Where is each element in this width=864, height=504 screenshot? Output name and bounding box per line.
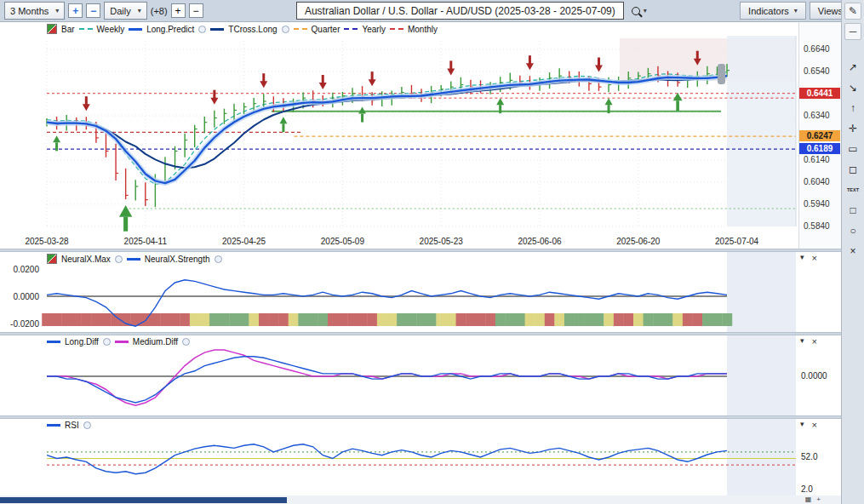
pencil-icon[interactable]: ✎ [844, 3, 861, 20]
trading-app-window: 3 Months ▾ + − Daily ▾ (+8) + − Australi… [0, 0, 864, 504]
search-icon [632, 7, 640, 15]
grid-icon[interactable]: ▦ [805, 495, 812, 503]
note-icon[interactable]: ▭ [844, 140, 861, 158]
text-tool-icon[interactable]: TEXT [844, 181, 861, 198]
arrow-draw-icon[interactable]: ↗ [844, 59, 861, 76]
svg-text:52.0: 52.0 [801, 452, 818, 461]
erase-tool-icon[interactable]: × [844, 243, 861, 260]
price-badge: 0.6441 [799, 88, 840, 99]
legend-label[interactable]: Bar [61, 25, 75, 34]
date-tick: 2025-03-28 [17, 237, 77, 246]
legend-label[interactable]: RSI [65, 421, 79, 430]
indicators-button[interactable]: Indicators ▾ [740, 2, 806, 20]
long-predict-marker [129, 28, 142, 31]
arrow-downright-icon[interactable]: ↘ [844, 79, 861, 96]
chevron-down-icon: ▾ [644, 7, 647, 14]
price-tick: 0.6340 [804, 111, 830, 120]
ellipse-tool-icon[interactable]: ○ [844, 222, 861, 239]
panel-controls: ▾× [800, 420, 817, 430]
panel-controls: ▾× [800, 253, 817, 263]
quarter-marker [294, 28, 307, 30]
legend-label[interactable]: NeuralX.Max [61, 255, 111, 264]
legend-label[interactable]: Quarter [312, 25, 340, 34]
date-tick: 2025-07-04 [707, 237, 767, 246]
legend-label[interactable]: TCross.Long [228, 25, 277, 34]
rsi-chart[interactable]: 52.02.0 [0, 419, 841, 495]
legend-label[interactable]: Monthly [408, 25, 438, 34]
long-diff-marker [47, 341, 60, 343]
offset-decrease-button[interactable]: − [189, 3, 203, 18]
svg-text:0.0200: 0.0200 [13, 265, 39, 274]
crosshair-icon[interactable]: ✛ [844, 120, 861, 137]
price-tick: 0.6140 [804, 155, 830, 164]
period-select[interactable]: 3 Months ▾ [4, 2, 65, 20]
scrollbar-thumb[interactable] [0, 497, 287, 503]
top-toolbar: 3 Months ▾ + − Daily ▾ (+8) + − Australi… [0, 0, 864, 22]
panel-close-button[interactable]: × [812, 253, 817, 263]
panel-collapse-button[interactable]: ▾ [800, 420, 804, 430]
info-icon[interactable] [198, 26, 206, 33]
medium-diff-marker [115, 341, 129, 343]
monthly-marker [390, 28, 403, 30]
svg-text:2.0: 2.0 [801, 484, 813, 494]
neuralx-panel: 0.02000.0000-0.0200 NeuralX.MaxNeuralX.S… [0, 252, 841, 332]
interval-select[interactable]: Daily ▾ [104, 2, 146, 20]
rsi-panel: 52.02.0 RSI ▾× [0, 419, 841, 495]
legend-label[interactable]: Yearly [362, 25, 385, 34]
drawing-toolbar: ✎─↗↘↑✛▭◻TEXT□○× [841, 0, 864, 504]
panel-collapse-button[interactable]: ▾ [800, 336, 804, 346]
trendline-icon[interactable]: ─ [844, 23, 861, 40]
legend-label[interactable]: Weekly [97, 25, 125, 34]
legend-label[interactable]: Long.Diff [65, 337, 99, 346]
legend-label[interactable]: Long.Predict [146, 25, 194, 34]
chevron-down-icon: ▾ [55, 7, 59, 14]
main-chart-region: BarWeeklyLong.PredictTCross.LongQuarterY… [0, 22, 841, 249]
bar-marker [47, 24, 57, 34]
rsi-legend: RSI [47, 421, 84, 430]
svg-text:-0.0200: -0.0200 [10, 319, 39, 329]
bottom-bar-icons: ▦+ [805, 495, 821, 503]
panel-close-button[interactable]: × [812, 420, 817, 430]
info-icon[interactable] [83, 421, 91, 429]
info-icon[interactable] [182, 338, 190, 346]
info-icon[interactable] [103, 338, 111, 346]
info-icon[interactable] [115, 255, 123, 263]
diff-chart[interactable]: 0.0000 [0, 335, 841, 415]
date-tick: 2025-04-11 [116, 237, 175, 246]
yearly-marker [344, 28, 358, 30]
rectangle-tool-icon[interactable]: □ [844, 202, 861, 219]
neuralx-max-marker [47, 254, 57, 264]
add-icon[interactable]: + [816, 495, 821, 503]
panel-collapse-button[interactable]: ▾ [800, 253, 804, 263]
arrow-up-icon[interactable]: ↑ [844, 100, 861, 117]
symbol-title-box[interactable]: Australian Dollar / U.S. Dollar - AUD/US… [296, 2, 624, 20]
price-tick: 0.6640 [804, 44, 830, 54]
panel-close-button[interactable]: × [812, 336, 817, 346]
diff-panel: 0.0000 Long.DiffMedium.Diff ▾× [0, 335, 841, 415]
legend-label[interactable]: NeuralX.Strength [145, 255, 210, 264]
svg-text:0.0000: 0.0000 [801, 371, 827, 381]
callout-icon[interactable]: ◻ [844, 161, 861, 178]
rsi-marker [47, 424, 60, 427]
price-chart[interactable] [0, 36, 841, 237]
chevron-down-icon: ▾ [794, 7, 798, 14]
bars-offset-label: (+8) [151, 6, 168, 16]
neuralx-chart[interactable]: 0.02000.0000-0.0200 [0, 252, 841, 332]
info-icon[interactable] [282, 26, 289, 33]
period-increase-button[interactable]: + [68, 3, 83, 18]
chevron-down-icon: ▾ [138, 7, 141, 14]
info-icon[interactable] [215, 255, 222, 263]
offset-increase-button[interactable]: + [171, 3, 186, 18]
legend-label[interactable]: Medium.Diff [133, 337, 178, 346]
price-badge: 0.6247 [799, 130, 840, 141]
period-decrease-button[interactable]: − [86, 3, 100, 18]
neuralx-strength-marker [127, 258, 140, 261]
price-tick: 0.6040 [804, 177, 830, 186]
price-tick: 0.5940 [804, 199, 830, 209]
symbol-title: Australian Dollar / U.S. Dollar - AUD/US… [305, 5, 615, 17]
price-tick: 0.5840 [804, 221, 830, 231]
symbol-search-button[interactable]: ▾ [632, 7, 647, 15]
price-badge: 0.6189 [799, 143, 840, 154]
svg-text:0.0000: 0.0000 [13, 292, 39, 301]
horizontal-scrollbar[interactable]: ▦+ [0, 495, 841, 504]
